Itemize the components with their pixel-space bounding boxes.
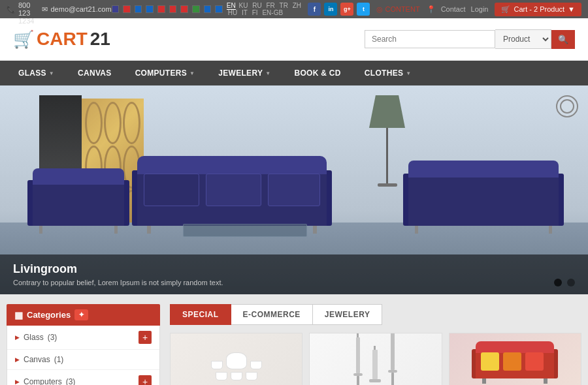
- lang-it[interactable]: IT: [242, 9, 248, 16]
- main-sofa: [137, 170, 327, 226]
- product-grid: [170, 333, 581, 385]
- left-chair: [33, 180, 124, 226]
- cat-arrow-glass: ▶: [15, 334, 20, 341]
- nav-link-clothes[interactable]: CLOTHES ▼: [353, 61, 423, 85]
- hero-dot-2[interactable]: [567, 279, 575, 286]
- flag-ru: [135, 5, 142, 13]
- lang-fr[interactable]: FR: [266, 2, 274, 9]
- product-card-2[interactable]: [309, 333, 442, 385]
- language-links[interactable]: EN KU RU FR TR ZH HU IT FI EN-GB: [227, 2, 308, 16]
- category-glass-label: Glass: [24, 333, 44, 342]
- nav-link-glass[interactable]: GLASS ▼: [7, 61, 66, 85]
- hero-dot-1[interactable]: [554, 279, 562, 286]
- hero-subtitle: Contrary to popular belief, Lorem Ipsum …: [13, 279, 575, 286]
- contact-icon: 📍: [427, 5, 436, 14]
- product-card-3[interactable]: [449, 333, 581, 385]
- top-bar-right: f in g+ t ◎ CONTENT 📍 Contact Login 🛒 Ca…: [308, 3, 581, 16]
- google-plus-icon[interactable]: g+: [340, 3, 353, 16]
- nav-item-glass[interactable]: GLASS ▼: [7, 61, 66, 85]
- linkedin-icon[interactable]: in: [324, 3, 337, 16]
- flag-en-gb: [215, 5, 223, 13]
- search-form: Product Category All 🔍: [365, 29, 575, 49]
- hero-caption: Livingroom Contrary to popular belief, L…: [0, 254, 588, 294]
- email-icon: ✉: [42, 5, 48, 14]
- flag-fi: [204, 5, 212, 13]
- nav-link-computers[interactable]: COMPUTERS ▼: [123, 61, 207, 85]
- lang-ru[interactable]: RU: [252, 2, 261, 9]
- language-switcher[interactable]: EN KU RU FR TR ZH HU IT FI EN-GB: [112, 2, 308, 16]
- cart-dropdown-arrow: ▼: [568, 5, 575, 13]
- nav-link-canvas[interactable]: CANVAS: [66, 61, 123, 85]
- hero-circle-inner: [560, 99, 574, 114]
- cat-arrow-canvas: ▶: [15, 356, 20, 363]
- glass-dropdown-arrow: ▼: [49, 70, 54, 76]
- category-computers-label: Computers: [24, 377, 62, 385]
- social-icons: f in g+ t: [308, 3, 370, 16]
- nav-list: GLASS ▼ CANVAS COMPUTERS ▼ JEWELERY ▼ BO…: [7, 61, 423, 85]
- contact-login-links: 📍 Contact Login: [427, 5, 489, 14]
- nav-item-book-cd[interactable]: BOOK & CD: [282, 61, 352, 85]
- flag-zh: [169, 5, 177, 13]
- category-computers-count: (3): [66, 377, 76, 385]
- product-card-1[interactable]: [170, 333, 302, 385]
- contact-link[interactable]: Contact: [441, 5, 466, 14]
- flag-fr: [146, 5, 154, 13]
- category-glass-count: (3): [48, 333, 57, 342]
- lang-fi[interactable]: FI: [252, 9, 258, 16]
- flag-it: [192, 5, 200, 13]
- nav-link-book-cd[interactable]: BOOK & CD: [282, 61, 352, 85]
- categories-tag: ✦: [74, 309, 88, 320]
- nav-item-computers[interactable]: COMPUTERS ▼: [123, 61, 207, 85]
- flag-hu: [180, 5, 188, 13]
- hero-slider: Livingroom Contrary to popular belief, L…: [0, 85, 588, 294]
- nav-link-jewelery[interactable]: JEWELERY ▼: [206, 61, 282, 85]
- search-category-select[interactable]: Product Category All: [495, 29, 551, 49]
- lang-zh[interactable]: ZH: [293, 2, 301, 9]
- logo-cart-icon: 🛒: [13, 29, 34, 50]
- nav-item-clothes[interactable]: CLOTHES ▼: [353, 61, 423, 85]
- facebook-icon[interactable]: f: [308, 3, 321, 16]
- categories-icon: ▦: [14, 310, 23, 320]
- twitter-icon[interactable]: t: [357, 3, 370, 16]
- nav-item-jewelery[interactable]: JEWELERY ▼: [206, 61, 282, 85]
- category-item-computers[interactable]: ▶ Computers (3) +: [7, 370, 159, 385]
- candles-illustration: [352, 333, 399, 385]
- search-button[interactable]: 🔍: [551, 30, 575, 49]
- category-computers-expand[interactable]: +: [139, 375, 152, 385]
- flag-gb: [112, 5, 120, 13]
- categories-label: Categories: [27, 310, 71, 320]
- tab-jewelery[interactable]: JEWELERY: [313, 304, 383, 325]
- lang-tr[interactable]: TR: [280, 2, 288, 9]
- lang-hu[interactable]: HU: [228, 9, 237, 16]
- nav-item-canvas[interactable]: CANVAS: [66, 61, 123, 85]
- jewelery-dropdown-arrow: ▼: [265, 70, 270, 76]
- flag-tr: [157, 5, 165, 13]
- login-link[interactable]: Login: [471, 5, 489, 14]
- tab-ecommerce[interactable]: E-COMMERCE: [231, 304, 313, 325]
- content-area: ▦ Categories ✦ ▶ Glass (3) + ▶ Canvas (1…: [0, 294, 588, 385]
- mini-sofa-illustration: [476, 333, 554, 385]
- hero-circle-button[interactable]: [556, 95, 578, 117]
- right-sofa: [408, 174, 559, 226]
- search-input[interactable]: [365, 30, 495, 48]
- lang-ku[interactable]: KU: [239, 2, 248, 9]
- main-nav: GLASS ▼ CANVAS COMPUTERS ▼ JEWELERY ▼ BO…: [0, 61, 588, 85]
- category-item-canvas[interactable]: ▶ Canvas (1): [7, 350, 159, 370]
- content-icon: ◎: [376, 5, 383, 14]
- category-glass-left: ▶ Glass (3): [15, 333, 57, 342]
- site-logo[interactable]: 🛒 CART 21: [13, 29, 110, 50]
- category-canvas-label: Canvas: [24, 355, 50, 364]
- floor-lamp: [369, 95, 405, 187]
- cart-button[interactable]: 🛒 Cart - 2 Product ▼: [495, 3, 581, 16]
- category-computers-left: ▶ Computers (3): [15, 377, 75, 385]
- main-content: SPECIAL E-COMMERCE JEWELERY: [170, 304, 581, 385]
- categories-header: ▦ Categories ✦: [7, 304, 160, 326]
- content-link[interactable]: ◎ CONTENT: [376, 5, 419, 14]
- category-glass-expand[interactable]: +: [139, 331, 152, 344]
- lang-en-gb[interactable]: EN-GB: [262, 9, 283, 16]
- product-image-1: [171, 333, 302, 385]
- hero-title: Livingroom: [13, 262, 575, 276]
- email-info: ✉ demo@cart21.com: [42, 5, 111, 14]
- category-item-glass[interactable]: ▶ Glass (3) +: [7, 326, 159, 350]
- tab-special[interactable]: SPECIAL: [170, 304, 231, 325]
